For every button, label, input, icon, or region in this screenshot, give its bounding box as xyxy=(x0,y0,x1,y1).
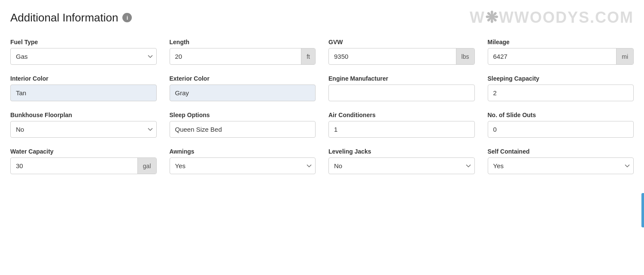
input-wrapper-engine-manufacturer xyxy=(328,85,475,101)
input-wrapper-mileage: mi xyxy=(488,48,634,65)
field-group-exterior-color: Exterior Color xyxy=(170,75,316,101)
field-group-engine-manufacturer: Engine Manufacturer xyxy=(328,75,475,101)
input-wrapper-gvw: lbs xyxy=(328,48,475,65)
label-no-slide-outs: No. of Slide Outs xyxy=(488,112,634,118)
input-sleep-options[interactable] xyxy=(170,121,316,137)
label-interior-color: Interior Color xyxy=(10,75,157,82)
form-grid: Fuel TypeGasDieselElectricHybridLengthft… xyxy=(10,39,634,174)
field-group-gvw: GVWlbs xyxy=(328,39,475,65)
field-group-sleeping-capacity: Sleeping Capacity xyxy=(488,75,634,101)
input-wrapper-self-contained: YesNo xyxy=(488,157,634,174)
input-mileage[interactable] xyxy=(488,48,617,64)
input-water-capacity[interactable] xyxy=(11,158,137,174)
field-group-interior-color: Interior Color xyxy=(10,75,157,101)
input-wrapper-water-capacity: gal xyxy=(10,157,157,174)
input-wrapper-length: ft xyxy=(170,48,316,65)
page-header: Additional Information i W❋WWOODYS.COM xyxy=(10,9,634,27)
label-fuel-type: Fuel Type xyxy=(10,39,157,45)
input-interior-color[interactable] xyxy=(11,85,156,101)
label-length: Length xyxy=(170,39,316,45)
field-group-length: Lengthft xyxy=(170,39,316,65)
input-wrapper-fuel-type: GasDieselElectricHybrid xyxy=(10,48,157,65)
label-leveling-jacks: Leveling Jacks xyxy=(328,148,475,155)
label-exterior-color: Exterior Color xyxy=(170,75,316,82)
input-wrapper-sleep-options xyxy=(170,121,316,138)
label-self-contained: Self Contained xyxy=(488,148,634,155)
title-group: Additional Information i xyxy=(10,11,132,24)
select-fuel-type[interactable]: GasDieselElectricHybrid xyxy=(11,48,156,64)
label-sleep-options: Sleep Options xyxy=(170,112,316,118)
input-air-conditioners[interactable] xyxy=(329,121,474,137)
scrollbar-indicator[interactable] xyxy=(641,193,644,227)
label-sleeping-capacity: Sleeping Capacity xyxy=(488,75,634,82)
input-sleeping-capacity[interactable] xyxy=(488,85,634,101)
field-group-fuel-type: Fuel TypeGasDieselElectricHybrid xyxy=(10,39,157,65)
input-exterior-color[interactable] xyxy=(170,85,316,101)
label-air-conditioners: Air Conditioners xyxy=(328,112,475,118)
input-wrapper-leveling-jacks: NoYes xyxy=(328,157,475,174)
field-group-awnings: AwningsYesNo xyxy=(170,148,316,174)
field-group-bunkhouse-floorplan: Bunkhouse FloorplanNoYes xyxy=(10,112,157,138)
field-group-water-capacity: Water Capacitygal xyxy=(10,148,157,174)
input-no-slide-outs[interactable] xyxy=(488,121,634,137)
select-self-contained[interactable]: YesNo xyxy=(488,158,634,174)
input-wrapper-bunkhouse-floorplan: NoYes xyxy=(10,121,157,138)
label-gvw: GVW xyxy=(328,39,475,45)
field-group-air-conditioners: Air Conditioners xyxy=(328,112,475,138)
label-engine-manufacturer: Engine Manufacturer xyxy=(328,75,475,82)
select-bunkhouse-floorplan[interactable]: NoYes xyxy=(11,121,156,137)
label-water-capacity: Water Capacity xyxy=(10,148,157,155)
unit-badge-mileage: mi xyxy=(616,48,633,64)
watermark: W❋WWOODYS.COM xyxy=(470,9,634,27)
select-awnings[interactable]: YesNo xyxy=(170,158,316,174)
input-engine-manufacturer[interactable] xyxy=(329,85,474,101)
input-wrapper-exterior-color xyxy=(170,85,316,101)
select-leveling-jacks[interactable]: NoYes xyxy=(329,158,474,174)
label-awnings: Awnings xyxy=(170,148,316,155)
unit-badge-water-capacity: gal xyxy=(137,158,156,174)
unit-badge-gvw: lbs xyxy=(456,48,474,64)
unit-badge-length: ft xyxy=(301,48,315,64)
label-mileage: Mileage xyxy=(488,39,634,45)
field-group-leveling-jacks: Leveling JacksNoYes xyxy=(328,148,475,174)
field-group-sleep-options: Sleep Options xyxy=(170,112,316,138)
input-wrapper-sleeping-capacity xyxy=(488,85,634,101)
input-wrapper-awnings: YesNo xyxy=(170,157,316,174)
input-gvw[interactable] xyxy=(329,48,456,64)
info-icon[interactable]: i xyxy=(122,13,132,22)
input-wrapper-air-conditioners xyxy=(328,121,475,138)
input-wrapper-interior-color xyxy=(10,85,157,101)
input-length[interactable] xyxy=(170,48,301,64)
label-bunkhouse-floorplan: Bunkhouse Floorplan xyxy=(10,112,157,118)
field-group-no-slide-outs: No. of Slide Outs xyxy=(488,112,634,138)
field-group-self-contained: Self ContainedYesNo xyxy=(488,148,634,174)
page-title: Additional Information xyxy=(10,11,118,24)
field-group-mileage: Mileagemi xyxy=(488,39,634,65)
input-wrapper-no-slide-outs xyxy=(488,121,634,138)
